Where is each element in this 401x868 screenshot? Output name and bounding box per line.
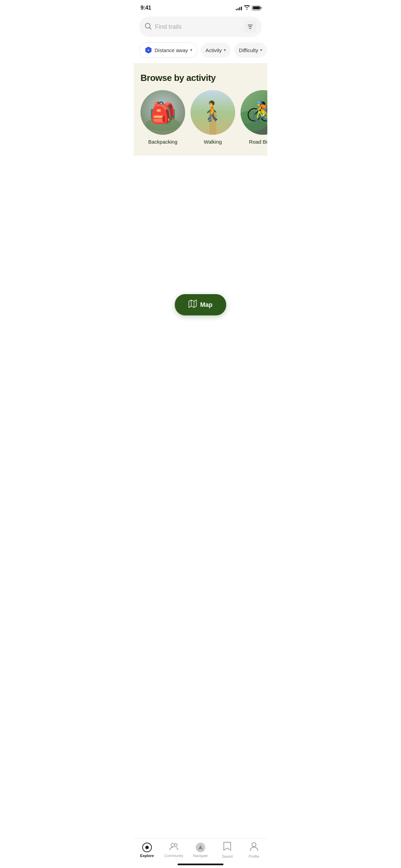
location-hex-icon: + — [144, 46, 153, 54]
svg-rect-9 — [172, 109, 175, 119]
activity-scroll: Backpacking — [134, 90, 267, 145]
status-bar: 9:41 — [134, 0, 267, 14]
filter-chips: + Distance away ▾ Activity ▾ Difficulty … — [134, 41, 267, 63]
svg-line-29 — [254, 109, 260, 115]
svg-point-17 — [209, 100, 215, 106]
svg-line-22 — [212, 115, 215, 119]
activity-image-walking — [191, 90, 235, 135]
svg-marker-48 — [189, 300, 196, 308]
activity-item-road-biking[interactable]: Road Biking — [241, 90, 267, 145]
svg-line-21 — [208, 115, 212, 119]
svg-point-34 — [260, 101, 265, 106]
svg-line-33 — [265, 106, 267, 107]
svg-point-11 — [162, 115, 164, 117]
svg-line-35 — [260, 106, 263, 109]
svg-rect-8 — [151, 109, 154, 119]
activity-item-walking[interactable]: Walking — [191, 90, 235, 145]
activity-label-walking: Walking — [204, 139, 222, 145]
status-time: 9:41 — [141, 5, 151, 11]
search-container: Find trails — [134, 14, 267, 41]
battery-icon — [252, 6, 260, 10]
filter-chip-difficulty-label: Difficulty — [239, 47, 258, 53]
status-icons — [236, 5, 260, 11]
filter-chip-distance[interactable]: + Distance away ▾ — [139, 43, 197, 58]
svg-text:+: + — [147, 48, 149, 52]
activity-label-backpacking: Backpacking — [148, 139, 177, 145]
browse-title: Browse by activity — [134, 73, 267, 90]
content-area — [134, 156, 267, 286]
svg-rect-7 — [156, 104, 170, 109]
svg-line-19 — [208, 109, 212, 112]
svg-line-20 — [212, 109, 215, 111]
svg-point-27 — [260, 109, 267, 121]
search-bar[interactable]: Find trails — [139, 16, 262, 37]
map-button-label: Map — [200, 301, 212, 309]
svg-rect-13 — [209, 111, 216, 135]
browse-section: Browse by activity — [134, 63, 267, 156]
filter-chip-difficulty-arrow: ▾ — [260, 48, 262, 52]
svg-rect-10 — [158, 112, 168, 119]
filter-chip-activity-label: Activity — [206, 47, 222, 53]
svg-line-32 — [260, 106, 265, 109]
svg-rect-6 — [154, 106, 171, 124]
filter-button[interactable] — [244, 21, 256, 33]
map-button-container: Map — [134, 286, 267, 324]
signal-icon — [236, 6, 242, 10]
svg-point-5 — [146, 118, 180, 131]
activity-image-backpacking — [141, 90, 185, 135]
filter-chip-distance-arrow: ▾ — [190, 48, 192, 52]
search-icon — [145, 23, 151, 31]
wifi-icon — [244, 5, 250, 11]
filter-chip-difficulty[interactable]: Difficulty ▾ — [234, 43, 267, 58]
filter-chip-activity[interactable]: Activity ▾ — [201, 43, 231, 58]
activity-label-road-biking: Road Biking — [249, 139, 267, 145]
filter-chip-activity-arrow: ▾ — [224, 48, 226, 52]
activity-image-road-biking — [241, 90, 267, 135]
svg-line-1 — [150, 27, 151, 29]
filter-chip-distance-label: Distance away — [155, 47, 188, 53]
map-icon — [189, 300, 197, 310]
map-button[interactable]: Map — [175, 294, 226, 315]
activity-item-backpacking[interactable]: Backpacking — [141, 90, 185, 145]
svg-line-30 — [260, 109, 266, 115]
search-placeholder[interactable]: Find trails — [155, 23, 241, 31]
